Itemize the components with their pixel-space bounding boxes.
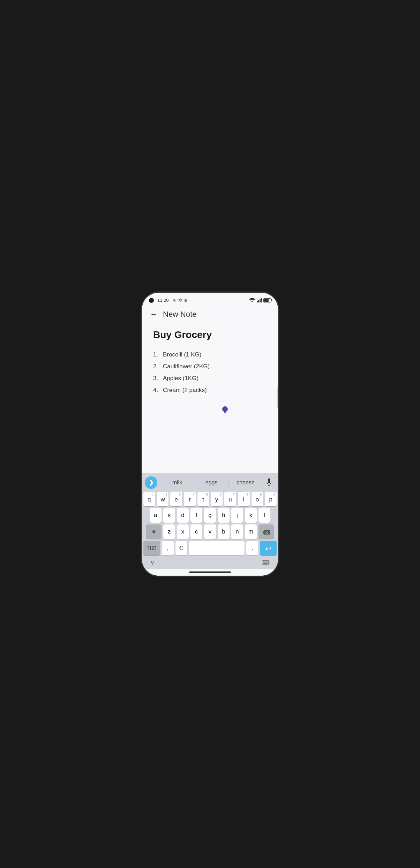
key-s[interactable]: s (163, 508, 175, 523)
suggestions-bar: ❯ milk eggs cheese (142, 475, 278, 490)
period-key[interactable]: . (246, 541, 258, 555)
phone-frame: 11:20 (142, 293, 278, 576)
shift-icon (151, 529, 157, 535)
key-b[interactable]: b (218, 524, 230, 539)
text-cursor-handle[interactable] (222, 406, 228, 413)
space-key[interactable] (189, 541, 245, 555)
key-v[interactable]: v (204, 524, 216, 539)
settings-icon (178, 298, 182, 302)
key-u[interactable]: 7u (224, 492, 236, 506)
svg-rect-2 (268, 478, 270, 483)
back-button[interactable]: ← (148, 308, 160, 321)
key-c[interactable]: c (190, 524, 202, 539)
key-w[interactable]: 2w (157, 492, 169, 506)
signal-bars (257, 298, 262, 302)
svg-marker-1 (224, 411, 226, 414)
suggestion-cheese[interactable]: cheese (228, 478, 263, 487)
key-a[interactable]: a (150, 508, 162, 523)
suggestions-list: milk eggs cheese (160, 478, 263, 487)
status-icons-left (172, 298, 188, 302)
key-h[interactable]: h (218, 508, 230, 523)
key-i[interactable]: 8i (238, 492, 250, 506)
key-y[interactable]: 6y (211, 492, 223, 506)
key-f[interactable]: f (190, 508, 202, 523)
home-indicator (189, 571, 231, 573)
suggestion-milk[interactable]: milk (160, 478, 194, 487)
home-bar (142, 569, 278, 576)
keyboard-layout-icon[interactable]: ⌨ (262, 559, 270, 566)
sd-card-icon (184, 298, 188, 302)
phone-screen: 11:20 (142, 293, 278, 576)
enter-icon (265, 545, 272, 551)
key-m[interactable]: m (245, 524, 257, 539)
key-k[interactable]: k (245, 508, 257, 523)
status-right (249, 298, 271, 302)
camera-dot (149, 298, 154, 303)
location-icon (172, 298, 177, 302)
key-o[interactable]: 9o (252, 492, 263, 506)
hide-keyboard-button[interactable]: ∨ (150, 559, 155, 566)
battery-icon (263, 298, 271, 302)
keys-container: 1q 2w 3e 4r 5t 6y 7u 8i 9o 0p a s d f (142, 490, 278, 558)
emoji-key[interactable]: ☺ (175, 541, 187, 555)
back-arrow-icon: ← (150, 310, 158, 319)
scroll-hint (277, 387, 278, 408)
key-q[interactable]: 1q (143, 492, 155, 506)
list-item: 3. Apples (1KG) (153, 372, 267, 384)
shift-key[interactable] (146, 524, 162, 539)
content-area[interactable]: Buy Grocery 1. Brocolli (1 KG) 2. Caulif… (142, 323, 278, 473)
list-item: 2. Cauliflower (2KG) (153, 361, 267, 372)
keyboard-area: ❯ milk eggs cheese (142, 473, 278, 569)
key-z[interactable]: z (163, 524, 175, 539)
list-item: 4. Cream (2 packs) (153, 384, 267, 396)
key-row-1: 1q 2w 3e 4r 5t 6y 7u 8i 9o 0p (143, 492, 277, 506)
list-item: 1. Brocolli (1 KG) (153, 349, 267, 361)
comma-key[interactable]: , (162, 541, 174, 555)
mic-button[interactable] (263, 476, 275, 489)
note-list: 1. Brocolli (1 KG) 2. Cauliflower (2KG) … (153, 349, 267, 396)
key-n[interactable]: n (231, 524, 243, 539)
note-title: Buy Grocery (153, 329, 267, 341)
key-x[interactable]: x (177, 524, 189, 539)
status-bar: 11:20 (142, 293, 278, 305)
status-left: 11:20 (149, 298, 188, 303)
key-row-2: a s d f g h j k l (143, 508, 277, 523)
nav-bar: ← New Note (142, 305, 278, 323)
status-time: 11:20 (157, 298, 169, 303)
key-d[interactable]: d (177, 508, 189, 523)
key-row-4: ?123 , ☺ . (143, 541, 277, 555)
expand-button[interactable]: ❯ (145, 476, 157, 489)
backspace-icon (263, 529, 270, 535)
key-j[interactable]: j (231, 508, 243, 523)
key-e[interactable]: 3e (170, 492, 182, 506)
key-t[interactable]: 5t (197, 492, 209, 506)
key-row-3: z x c v b n m (143, 524, 277, 539)
mic-icon (266, 478, 272, 487)
key-g[interactable]: g (204, 508, 216, 523)
num-switch-key[interactable]: ?123 (143, 541, 160, 555)
key-p[interactable]: 0p (265, 492, 277, 506)
wifi-icon (249, 298, 255, 302)
backspace-key[interactable] (258, 524, 274, 539)
enter-key[interactable] (260, 541, 277, 555)
key-l[interactable]: l (258, 508, 270, 523)
expand-icon: ❯ (149, 479, 153, 486)
suggestion-eggs[interactable]: eggs (194, 478, 228, 487)
page-title: New Note (163, 310, 197, 319)
keyboard-bottom-bar: ∨ ⌨ (142, 558, 278, 569)
key-r[interactable]: 4r (184, 492, 196, 506)
